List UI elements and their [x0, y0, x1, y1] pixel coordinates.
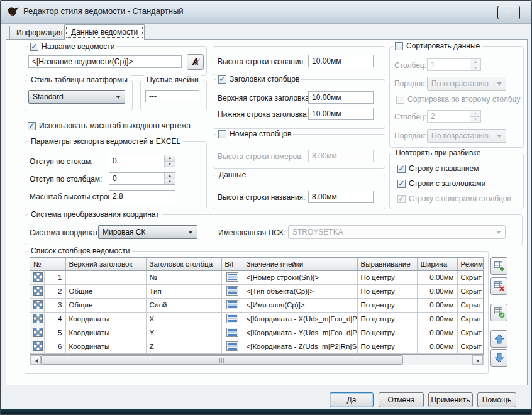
ok-button[interactable]: Да: [330, 392, 374, 407]
sort-order2-label: Порядок:: [394, 131, 426, 140]
checkbox-box: [218, 130, 226, 138]
col-header-num[interactable]: №: [30, 258, 65, 270]
delete-column-button[interactable]: [490, 277, 507, 295]
tab-information[interactable]: Информация: [9, 26, 69, 40]
table-row[interactable]: 1 № <[Номер строки(Sn)]> По центру 0.00м…: [30, 270, 484, 284]
spin-down-icon[interactable]: ▼: [165, 179, 175, 185]
spin-down-icon: ▼: [470, 65, 480, 71]
col-header-mode[interactable]: Режим: [457, 258, 484, 270]
cols-offset-spinner[interactable]: 0 ▲▼: [109, 172, 175, 185]
checkbox-sort-data[interactable]: Сортировать данные: [393, 42, 482, 50]
col-header-width[interactable]: Ширина: [417, 258, 457, 270]
chevron-down-icon: [497, 135, 502, 140]
scrollbar-track[interactable]: [403, 355, 472, 365]
empty-cells-input[interactable]: [145, 90, 199, 102]
spin-down-icon: ▼: [470, 117, 480, 123]
spin-up-icon: ▲: [470, 59, 480, 65]
top-header-row-input[interactable]: [308, 91, 374, 104]
scrollbar-thumb[interactable]: [41, 355, 403, 365]
checkbox-second-sort[interactable]: Сортировка по второму столбцу: [394, 95, 522, 104]
col-header-vg[interactable]: В/Г: [221, 258, 243, 270]
tab-data-vedomosti[interactable]: Данные ведомости: [64, 24, 145, 40]
dialog-window: Редактор стиля ведомости - Стандартный ✕…: [0, 0, 532, 415]
help-button[interactable]: Помощь: [477, 392, 516, 407]
col-header-align[interactable]: Выравнивание: [357, 258, 417, 270]
combo-value: STROYSETKA: [292, 228, 343, 236]
column-list-table[interactable]: № Верхний заголовок Заголовок столбца В/…: [30, 257, 484, 355]
col-header-value[interactable]: Значение ячейки: [243, 258, 357, 270]
scroll-left-icon[interactable]: [30, 355, 41, 365]
combo-value: По возрастанию: [431, 79, 489, 88]
checkbox-column-numbers[interactable]: Номера столбцов: [216, 130, 293, 138]
checkbox-label: Строки с заголовками: [409, 179, 485, 188]
scroll-right-icon[interactable]: [472, 355, 483, 365]
height-scale-input[interactable]: [109, 190, 175, 202]
sort-order-label: Порядок:: [394, 79, 426, 88]
arrow-up-icon: [494, 333, 505, 345]
add-column-button[interactable]: [490, 257, 507, 275]
checkbox-column-headers[interactable]: Заголовки столбцов: [216, 75, 301, 84]
checkbox-label: Номера столбцов: [230, 130, 291, 138]
title-row-height-label: Высота строки названия:: [218, 57, 305, 66]
table-row[interactable]: 6 Координаты Z <[Координата - Z(Uds_m|P2…: [30, 340, 484, 353]
table-row[interactable]: 2 Общие Тип <[Тип объекта(Ср)]> По центр…: [30, 284, 484, 298]
numbers-row-height-label: Высота строки номеров:: [218, 152, 303, 161]
apply-button[interactable]: Применить: [428, 392, 473, 407]
col-header-colheader[interactable]: Заголовок столбца: [146, 258, 221, 270]
move-up-button[interactable]: [490, 330, 507, 348]
col-header-upper[interactable]: Верхний заголовок: [65, 258, 146, 270]
move-down-button[interactable]: [490, 349, 507, 367]
orientation-icon[interactable]: [226, 328, 238, 337]
sort-column2-spinner: 2 ▲▼: [427, 110, 481, 123]
checkbox-repeat-header-rows[interactable]: Строки с заголовками: [396, 179, 487, 188]
sort-order2-combobox: По возрастанию: [427, 129, 506, 143]
groupbox-column-headers: [213, 79, 385, 129]
spin-up-icon[interactable]: ▲: [165, 173, 175, 179]
platform-style-combobox[interactable]: Standard: [28, 90, 125, 104]
checkbox-box: [218, 75, 226, 84]
table-grid-icon: [33, 272, 43, 282]
orientation-icon[interactable]: [226, 300, 238, 309]
table-horizontal-scrollbar[interactable]: [30, 355, 484, 365]
checkbox-use-output-scale[interactable]: Использовать масштаб выходного чертежа: [26, 121, 192, 130]
checkbox-repeat-title-row[interactable]: Строку с названием: [396, 164, 480, 173]
window-title: Редактор стиля ведомости - Стандартный: [23, 6, 184, 16]
data-row-height-input[interactable]: [308, 191, 374, 203]
font-style-button[interactable]: A∕: [187, 54, 204, 70]
table-grid-icon: [33, 300, 43, 309]
delete-column-icon: [494, 280, 505, 292]
top-header-row-label: Верхняя строка заголовка:: [218, 94, 311, 102]
spinner-value: 1: [428, 59, 470, 70]
title-row-height-input[interactable]: [308, 55, 374, 67]
checkbox-label: Заголовки столбцов: [230, 75, 299, 84]
report-name-input[interactable]: [28, 55, 182, 68]
titlebar[interactable]: Редактор стиля ведомости - Стандартный ✕: [1, 1, 531, 24]
orientation-icon[interactable]: [226, 314, 238, 323]
combo-value: Standard: [33, 92, 64, 101]
orientation-icon[interactable]: [226, 272, 238, 282]
checkbox-label: Сортировать данные: [406, 42, 480, 50]
edit-column-button[interactable]: [490, 304, 507, 321]
groupbox-data-title: Данные: [216, 170, 248, 179]
table-row[interactable]: 4 Координаты X <[Координата - X(Uds_m|Fc…: [30, 312, 484, 326]
close-button[interactable]: ✕: [497, 6, 520, 19]
table-row[interactable]: 3 Общие Слой <[Имя слоя(Ср)]> По центру …: [30, 298, 484, 312]
spin-up-icon[interactable]: ▲: [165, 155, 175, 162]
groupbox-repeat-title: Повторять при разбивке: [393, 148, 483, 157]
orientation-icon[interactable]: [226, 341, 238, 351]
groupbox-empty-cells-title: Пустые ячейки: [144, 75, 201, 84]
orientation-icon[interactable]: [226, 286, 238, 296]
table-row[interactable]: 5 Координаты Y <[Координата - Y(Uds_m|Fc…: [30, 326, 484, 340]
checkbox-box: [28, 122, 36, 130]
checkbox-box: [396, 96, 404, 104]
table-grid-icon: [33, 341, 43, 351]
spin-down-icon[interactable]: ▼: [165, 162, 175, 167]
cancel-button[interactable]: Отмена: [379, 392, 424, 407]
rows-offset-spinner[interactable]: 0 ▲▼: [109, 155, 175, 167]
checkbox-box: [397, 195, 406, 203]
checkbox-report-name[interactable]: Название ведомости: [28, 42, 116, 51]
sort-column-spinner: 1 ▲▼: [427, 58, 481, 71]
spinner-value: 0: [109, 155, 164, 167]
coord-system-combobox[interactable]: Мировая СК: [98, 225, 197, 239]
bottom-header-row-input[interactable]: [308, 108, 374, 120]
